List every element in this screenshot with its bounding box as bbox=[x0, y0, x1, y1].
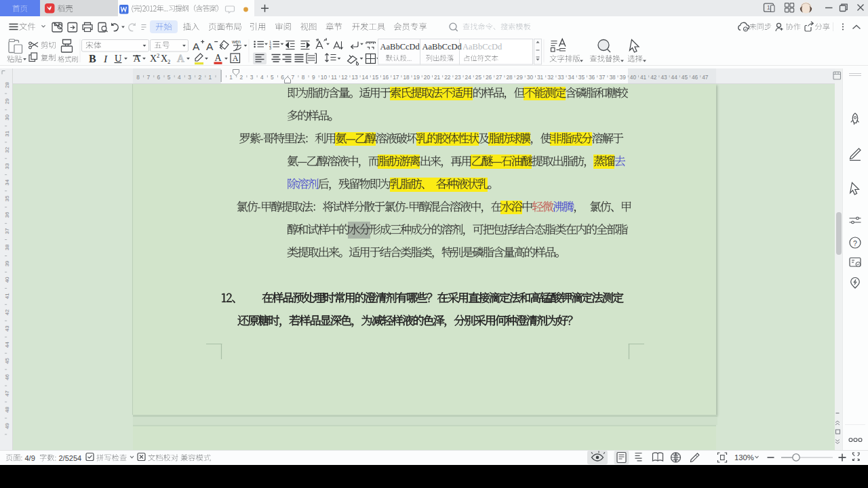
svg-text:35: 35 bbox=[4, 195, 10, 201]
svg-text:27: 27 bbox=[496, 74, 502, 81]
svg-text:2: 2 bbox=[167, 58, 170, 65]
svg-text:A: A bbox=[177, 53, 184, 64]
svg-text:A: A bbox=[233, 54, 239, 63]
svg-text:29: 29 bbox=[517, 74, 524, 81]
svg-text:40: 40 bbox=[4, 277, 10, 283]
svg-text:B: B bbox=[89, 53, 96, 64]
svg-text:23: 23 bbox=[454, 74, 461, 81]
svg-text:8: 8 bbox=[136, 74, 140, 81]
svg-text:30: 30 bbox=[4, 114, 10, 120]
svg-text:40: 40 bbox=[630, 74, 637, 81]
svg-text:19: 19 bbox=[414, 74, 420, 81]
svg-text:4: 4 bbox=[178, 74, 181, 81]
svg-text:32: 32 bbox=[4, 146, 10, 152]
svg-text:34: 34 bbox=[568, 74, 575, 81]
svg-text:35: 35 bbox=[578, 74, 585, 81]
svg-text:46: 46 bbox=[4, 374, 10, 380]
svg-text:42: 42 bbox=[4, 309, 10, 315]
svg-text:A: A bbox=[215, 53, 222, 63]
svg-text:wén: wén bbox=[231, 39, 241, 44]
svg-text:43: 43 bbox=[4, 325, 10, 331]
svg-text:2: 2 bbox=[239, 74, 243, 81]
svg-text:7: 7 bbox=[146, 74, 150, 81]
svg-text:9: 9 bbox=[312, 74, 315, 81]
svg-text:12: 12 bbox=[341, 74, 348, 81]
svg-text:22: 22 bbox=[444, 74, 451, 81]
svg-text:6: 6 bbox=[281, 74, 284, 81]
svg-text:43: 43 bbox=[660, 74, 667, 81]
svg-text:31: 31 bbox=[537, 74, 544, 81]
svg-text:6: 6 bbox=[157, 74, 161, 81]
svg-text:4/9: 4/9 bbox=[25, 454, 35, 462]
svg-text:36: 36 bbox=[4, 211, 10, 218]
svg-text:AaBbCcDd: AaBbCcDd bbox=[380, 42, 420, 52]
svg-text:4: 4 bbox=[260, 74, 264, 81]
svg-text:U: U bbox=[115, 53, 122, 64]
svg-text:34: 34 bbox=[4, 179, 10, 185]
svg-text:49: 49 bbox=[4, 423, 10, 429]
svg-text:18: 18 bbox=[403, 74, 410, 81]
svg-text:2/5254: 2/5254 bbox=[59, 454, 82, 462]
svg-text:10: 10 bbox=[321, 74, 328, 81]
svg-text:46: 46 bbox=[692, 74, 698, 81]
svg-text:3: 3 bbox=[188, 74, 191, 81]
svg-text:5: 5 bbox=[167, 74, 171, 81]
svg-text:47: 47 bbox=[4, 390, 10, 396]
svg-text:X: X bbox=[150, 54, 157, 64]
svg-text:A: A bbox=[193, 41, 200, 52]
svg-text:AaBbCcDd: AaBbCcDd bbox=[422, 42, 462, 52]
svg-text:44: 44 bbox=[671, 74, 678, 81]
svg-text:32: 32 bbox=[547, 74, 554, 81]
svg-text:26: 26 bbox=[486, 74, 492, 81]
svg-text:2: 2 bbox=[157, 52, 159, 59]
svg-text:3: 3 bbox=[250, 74, 254, 81]
svg-text:45: 45 bbox=[682, 74, 688, 81]
svg-text:33: 33 bbox=[557, 74, 564, 81]
svg-text:31: 31 bbox=[4, 130, 10, 136]
svg-text:28: 28 bbox=[4, 82, 10, 88]
svg-text:A: A bbox=[206, 41, 214, 52]
svg-text:39: 39 bbox=[4, 260, 10, 266]
svg-text:20: 20 bbox=[424, 74, 431, 81]
svg-text:37: 37 bbox=[599, 74, 606, 81]
svg-text:17: 17 bbox=[393, 74, 399, 81]
svg-text:41: 41 bbox=[640, 74, 647, 81]
svg-text:44: 44 bbox=[4, 342, 10, 348]
svg-text:2: 2 bbox=[198, 74, 201, 81]
svg-text:8: 8 bbox=[302, 74, 305, 81]
svg-text:28: 28 bbox=[506, 74, 513, 81]
svg-text:48: 48 bbox=[4, 407, 10, 413]
svg-text:I: I bbox=[103, 53, 108, 64]
svg-text:25: 25 bbox=[475, 74, 482, 81]
svg-text:?: ? bbox=[853, 239, 857, 247]
svg-text:29: 29 bbox=[4, 98, 10, 104]
svg-text:42: 42 bbox=[650, 74, 657, 81]
svg-text:AaBbCcDd: AaBbCcDd bbox=[462, 42, 502, 52]
svg-text:38: 38 bbox=[609, 74, 616, 81]
svg-text:45: 45 bbox=[4, 358, 10, 364]
svg-text:5: 5 bbox=[271, 74, 274, 81]
svg-text:21: 21 bbox=[434, 74, 441, 81]
svg-text:37: 37 bbox=[4, 228, 10, 234]
svg-text:39: 39 bbox=[620, 74, 627, 81]
svg-text:7: 7 bbox=[291, 74, 294, 81]
svg-text:47: 47 bbox=[702, 74, 709, 81]
svg-text:36: 36 bbox=[589, 74, 595, 81]
svg-text:14: 14 bbox=[362, 74, 369, 81]
svg-text:24: 24 bbox=[465, 74, 472, 81]
svg-text:1: 1 bbox=[209, 74, 212, 81]
svg-text:130%: 130% bbox=[734, 453, 754, 462]
svg-text:33: 33 bbox=[4, 163, 10, 169]
svg-text:16: 16 bbox=[382, 74, 389, 81]
svg-text:X: X bbox=[161, 54, 167, 64]
svg-text:15: 15 bbox=[372, 74, 379, 81]
svg-text:3: 3 bbox=[269, 46, 271, 50]
svg-text:38: 38 bbox=[4, 244, 10, 250]
svg-text:30: 30 bbox=[527, 74, 534, 81]
svg-text:13: 13 bbox=[351, 74, 358, 81]
svg-text:11: 11 bbox=[331, 74, 337, 81]
svg-text:A: A bbox=[134, 53, 141, 64]
svg-text:1: 1 bbox=[767, 4, 770, 11]
svg-text:1: 1 bbox=[229, 74, 233, 81]
svg-text:41: 41 bbox=[4, 293, 10, 299]
